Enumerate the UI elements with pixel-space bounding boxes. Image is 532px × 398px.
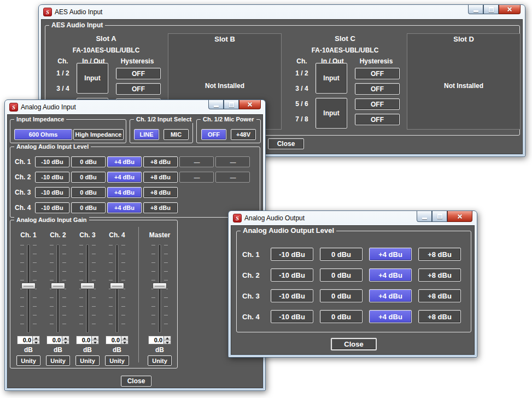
ch2-level-minus10-button[interactable]: -10 dBu (35, 172, 69, 183)
spinner-arrows[interactable] (163, 336, 171, 344)
spin-down-icon[interactable] (33, 341, 39, 344)
ch2-out-minus10-button[interactable]: -10 dBu (271, 268, 313, 282)
ch4-out-minus10-button[interactable]: -10 dBu (271, 310, 313, 323)
impedance-600ohms-button[interactable]: 600 Ohms (14, 129, 72, 140)
ch1-out-plus4-button[interactable]: +4 dBu (369, 248, 412, 261)
spin-up-icon[interactable] (121, 336, 128, 341)
slot-b-title: Slot B (168, 35, 281, 43)
slot-c-hysteresis-ch12-button[interactable]: OFF (355, 68, 400, 79)
ch3-level-plus8-button[interactable]: +8 dBu (143, 187, 178, 198)
ch3-out-plus4-button[interactable]: +4 dBu (369, 289, 412, 302)
gain-spinner-ch1[interactable]: 0.0 (17, 336, 40, 344)
spin-down-icon[interactable] (164, 341, 171, 344)
gain-spinner-master[interactable]: 0.0 (148, 336, 171, 344)
slot-c-input-ch56-button[interactable]: Input (315, 98, 347, 128)
input-select-mic-button[interactable]: MIC (163, 129, 189, 140)
input-select-line-button[interactable]: LINE (134, 129, 159, 140)
gain-spinner-ch2[interactable]: 0.0 (46, 336, 69, 344)
unity-button-ch1[interactable]: Unity (16, 355, 40, 366)
spinner-arrows[interactable] (121, 336, 128, 344)
slot-c-hysteresis-ch78-button[interactable]: OFF (355, 114, 400, 125)
gain-spinner-ch4[interactable]: 0.0 (106, 336, 128, 344)
ch4-out-plus8-button[interactable]: +8 dBu (418, 310, 461, 323)
ch2-level-plus4-button[interactable]: +4 dBu (107, 172, 142, 183)
ch4-out-0-button[interactable]: 0 dBu (320, 310, 363, 323)
aes-close-button[interactable]: Close (268, 138, 304, 149)
ch4-level-plus4-button[interactable]: +4 dBu (107, 202, 142, 213)
ch1-level-0-button[interactable]: 0 dBu (71, 156, 106, 167)
ch4-out-plus4-button[interactable]: +4 dBu (369, 310, 412, 323)
slider-thumb[interactable] (21, 283, 36, 289)
slot-c-hysteresis-ch56-button[interactable]: OFF (355, 98, 400, 110)
ch4-level-0-button[interactable]: 0 dBu (71, 202, 106, 213)
spin-down-icon[interactable] (121, 341, 128, 344)
ch4-level-minus10-button[interactable]: -10 dBu (35, 202, 69, 213)
ch3-out-0-button[interactable]: 0 dBu (320, 289, 363, 302)
ch1-level-plus8-button[interactable]: +8 dBu (143, 156, 178, 167)
close-window-button[interactable] (447, 211, 472, 222)
slot-a-input-ch12-button[interactable]: Input (77, 63, 108, 93)
ch1-out-minus10-button[interactable]: -10 dBu (271, 248, 313, 261)
slot-a-hysteresis-ch12-button[interactable]: OFF (116, 68, 161, 79)
slot-a-hysteresis-ch34-button[interactable]: OFF (116, 83, 161, 95)
spin-up-icon[interactable] (62, 336, 69, 341)
ch1-out-plus8-button[interactable]: +8 dBu (418, 248, 461, 261)
ch2-out-plus4-button[interactable]: +4 dBu (369, 268, 412, 282)
spin-down-icon[interactable] (92, 341, 98, 344)
unity-button-ch3[interactable]: Unity (75, 355, 100, 366)
ch3-out-minus10-button[interactable]: -10 dBu (271, 289, 313, 302)
spinner-arrows[interactable] (62, 336, 69, 344)
close-window-button[interactable] (239, 100, 261, 109)
slider-thumb[interactable] (80, 283, 95, 289)
ch2-level-plus8-button[interactable]: +8 dBu (143, 172, 178, 183)
ch3-level-0-button[interactable]: 0 dBu (71, 187, 106, 198)
ch1-out-0-button[interactable]: 0 dBu (320, 248, 363, 261)
input-titlebar[interactable]: S Analog Audio Input (5, 100, 265, 114)
spin-up-icon[interactable] (33, 336, 39, 341)
impedance-high-button[interactable]: High Impedance (73, 129, 124, 140)
ch2-out-plus8-button[interactable]: +8 dBu (418, 268, 461, 282)
slider-thumb[interactable] (51, 283, 65, 289)
ch3-level-plus4-button[interactable]: +4 dBu (107, 187, 142, 198)
aes-titlebar[interactable]: S AES Audio Input (39, 5, 525, 19)
gain-slider-ch3[interactable] (79, 244, 96, 333)
minimize-button[interactable] (208, 100, 224, 109)
close-icon (507, 7, 512, 12)
spin-up-icon[interactable] (92, 336, 98, 341)
unity-button-ch2[interactable]: Unity (46, 355, 70, 366)
maximize-button[interactable] (483, 5, 499, 14)
minimize-button[interactable] (417, 211, 432, 222)
output-close-button[interactable]: Close (331, 338, 377, 350)
mic-power-off-button[interactable]: OFF (201, 129, 226, 140)
gain-slider-ch4[interactable] (109, 244, 125, 333)
ch1-level-plus4-button[interactable]: +4 dBu (107, 156, 142, 167)
output-titlebar[interactable]: S Analog Audio Output (229, 211, 477, 225)
slider-thumb[interactable] (153, 283, 167, 289)
ch1-level-minus10-button[interactable]: -10 dBu (35, 156, 69, 167)
ch3-level-minus10-button[interactable]: -10 dBu (35, 187, 69, 198)
gain-slider-master[interactable] (151, 244, 168, 333)
unity-button-master[interactable]: Unity (148, 355, 172, 366)
slot-c-input-ch12-button[interactable]: Input (315, 63, 347, 93)
ch4-level-plus8-button[interactable]: +8 dBu (143, 202, 178, 213)
ch2-level-0-button[interactable]: 0 dBu (71, 172, 106, 183)
slider-thumb[interactable] (110, 283, 124, 289)
gain-slider-ch2[interactable] (50, 244, 66, 333)
gain-spinner-ch3[interactable]: 0.0 (76, 336, 99, 344)
ch2-out-0-button[interactable]: 0 dBu (320, 268, 363, 282)
spin-down-icon[interactable] (62, 341, 69, 344)
maximize-button[interactable] (224, 100, 239, 109)
input-close-button[interactable]: Close (121, 376, 151, 387)
slot-c-ch56-label: 5 / 6 (290, 98, 313, 110)
ch3-out-plus8-button[interactable]: +8 dBu (418, 289, 461, 302)
spinner-arrows[interactable] (91, 336, 98, 344)
mic-power-48v-button[interactable]: +48V (231, 129, 256, 140)
gain-slider-ch1[interactable] (20, 244, 37, 333)
unity-button-ch4[interactable]: Unity (105, 355, 129, 366)
maximize-button[interactable] (432, 211, 447, 222)
minimize-button[interactable] (468, 5, 483, 14)
spin-up-icon[interactable] (164, 336, 171, 341)
close-window-button[interactable] (499, 5, 521, 14)
slot-c-hysteresis-ch34-button[interactable]: OFF (355, 83, 400, 95)
spinner-arrows[interactable] (32, 336, 39, 344)
